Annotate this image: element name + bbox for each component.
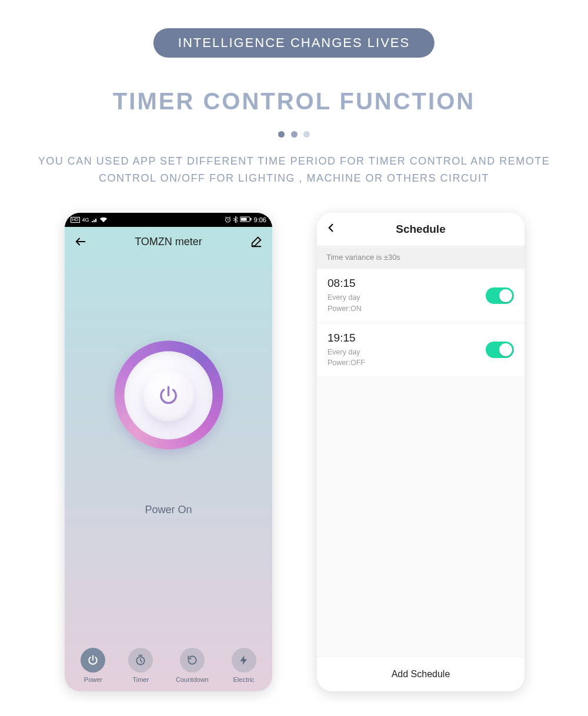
power-status-label: Power On [65,504,272,516]
bolt-icon [238,654,250,666]
dot [303,131,310,138]
toggle-knob [499,289,512,302]
tab-power[interactable]: Power [81,648,105,683]
bluetooth-icon [233,216,238,224]
schedule-header: Schedule [317,213,524,246]
tab-label: Electric [233,676,255,683]
schedule-power-state: Power:ON [328,303,486,314]
toggle-knob [499,343,512,356]
schedule-row[interactable]: 08:15 Every day Power:ON [317,269,524,323]
schedule-repeat: Every day [328,347,486,358]
time-variance-note: Time variance is ±30s [317,246,524,269]
power-ring-inner [143,369,195,421]
schedule-list: 08:15 Every day Power:ON 19:15 Every day… [317,269,524,377]
bottom-tabbar: Power Timer Countdown Electric [65,648,272,683]
tab-timer[interactable]: Timer [128,648,153,683]
phone-schedule-screenshot: Schedule Time variance is ±30s 08:15 Eve… [317,213,524,691]
marketing-pill: INTELLIGENCE CHANGES LIVES [153,28,435,58]
tab-label: Countdown [176,676,209,683]
schedule-spacer [317,377,524,656]
phone-power-screenshot: HD 4G 9:06 TOMZN meter [65,213,272,691]
page-indicator-dots [0,129,588,140]
schedule-repeat: Every day [328,292,486,303]
tab-electric[interactable]: Electric [232,648,256,683]
schedule-row[interactable]: 19:15 Every day Power:OFF [317,323,524,378]
page-subtitle: YOU CAN USED APP SET DIFFERENT TIME PERI… [29,153,559,187]
schedule-time: 08:15 [328,277,486,290]
svg-rect-3 [250,218,251,220]
timer-icon [135,654,146,666]
signal-4g-icon: 4G [82,217,89,223]
add-schedule-button[interactable]: Add Schedule [317,656,524,691]
schedule-title: Schedule [396,223,445,236]
schedule-time: 19:15 [328,332,486,344]
back-arrow-icon[interactable] [74,235,87,248]
app-header: TOMZN meter [65,227,272,256]
hd-icon: HD [71,217,80,223]
status-time: 9:06 [254,216,266,223]
android-status-bar: HD 4G 9:06 [65,213,272,227]
battery-icon [240,216,252,223]
power-icon [158,384,180,406]
power-icon [87,654,99,666]
signal-bars-icon [92,216,98,223]
svg-rect-2 [240,218,246,221]
device-title: TOMZN meter [135,236,202,248]
edit-pencil-icon[interactable] [250,235,263,248]
power-ring-mid [125,351,213,439]
tab-countdown[interactable]: Countdown [176,648,209,683]
schedule-toggle[interactable] [486,342,514,358]
tab-label: Timer [132,676,149,683]
back-chevron-icon[interactable] [325,222,337,237]
countdown-icon [186,654,198,666]
dot [278,131,285,138]
dot [291,131,298,138]
schedule-toggle[interactable] [486,287,514,304]
schedule-power-state: Power:OFF [328,357,486,369]
page-title: TIMER CONTROL FUNCTION [0,88,588,115]
alarm-icon [225,216,231,224]
main-power-button[interactable] [114,341,223,450]
tab-label: Power [84,676,102,683]
wifi-icon [100,216,107,223]
